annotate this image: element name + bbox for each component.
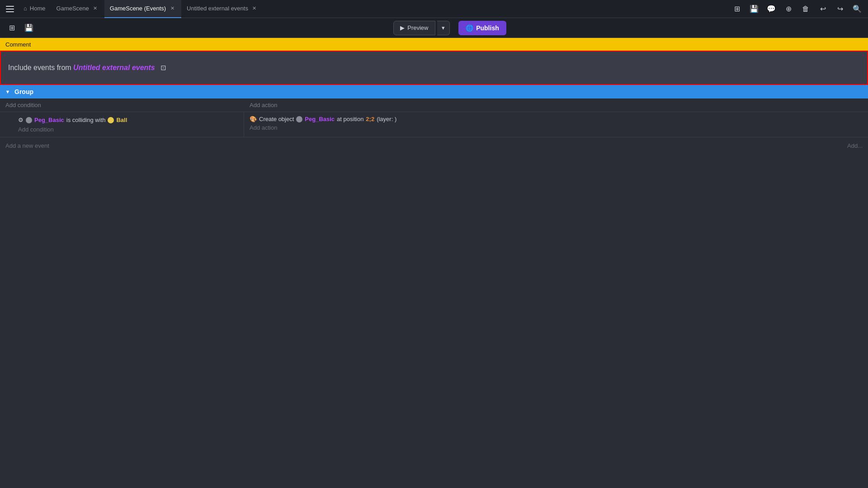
conditions-cell: ⚙ Peg_Basic is colliding with Ball Add c… [0, 112, 244, 137]
toolbar-center: ▶ Preview ▾ 🌐 Publish [40, 21, 860, 35]
tab-home[interactable]: ⌂ Home [18, 0, 51, 18]
preview-dropdown-button[interactable]: ▾ [437, 21, 450, 35]
include-events-link[interactable]: Untitled external events [73, 64, 155, 71]
toolbar: ⊞ 💾 ▶ Preview ▾ 🌐 Publish [0, 18, 868, 38]
add-new-event-label: Add a new event [5, 142, 49, 149]
tab-bar: ⌂ Home GameScene ✕ GameScene (Events) ✕ … [0, 0, 868, 18]
events-area: Add condition Add action ⚙ Peg_Basic is … [0, 99, 868, 154]
grid-view-button[interactable]: ⊞ [730, 2, 744, 16]
menu-button[interactable] [4, 3, 16, 15]
tab-gamescene[interactable]: GameScene ✕ [51, 0, 104, 18]
add-condition-header[interactable]: Add condition [5, 102, 41, 108]
include-events-row: Include events from Untitled external ev… [0, 51, 868, 85]
add-condition-inline[interactable]: Add condition [5, 126, 238, 133]
tab-gamescene-close[interactable]: ✕ [92, 5, 99, 12]
toolbar-save-icon[interactable]: 💾 [22, 21, 36, 35]
globe-icon: 🌐 [466, 24, 473, 32]
add-action-inline[interactable]: Add action [250, 124, 863, 131]
chevron-down-icon: ▾ [442, 24, 445, 31]
trash-button[interactable]: 🗑 [798, 2, 813, 16]
condition-item[interactable]: ⚙ Peg_Basic is colliding with Ball [5, 116, 238, 124]
add-ellipsis-label: Add... [847, 142, 863, 149]
action-obj-name: Peg_Basic [305, 116, 335, 122]
actions-cell: 🎨 Create object Peg_Basic at position 2;… [244, 112, 868, 137]
event-header-row: Add condition Add action [0, 99, 868, 112]
condition-obj2-name: Ball [116, 117, 127, 123]
tab-gamescene-events-label: GameScene (Events) [110, 5, 166, 12]
search-button[interactable]: 🔍 [850, 2, 864, 16]
main-content: Comment Include events from Untitled ext… [0, 38, 868, 154]
undo-button[interactable]: ↩ [816, 2, 830, 16]
topbar-right-icons: ⊞ 💾 💬 ⊕ 🗑 ↩ ↪ 🔍 [730, 2, 864, 16]
actions-header: Add action [244, 102, 868, 108]
add-action-header[interactable]: Add action [250, 102, 277, 108]
tab-gamescene-label: GameScene [57, 5, 89, 12]
obj1-circle-icon [26, 117, 32, 123]
tabs-area: ⌂ Home GameScene ✕ GameScene (Events) ✕ … [18, 0, 728, 18]
save-button[interactable]: 💾 [747, 2, 761, 16]
condition-gear-icon: ⚙ [18, 117, 24, 123]
create-object-icon: 🎨 [250, 116, 257, 122]
include-events-prefix: Include events from [8, 64, 73, 71]
condition-obj1-name: Peg_Basic [34, 117, 64, 123]
action-at: at position [337, 116, 363, 122]
tab-home-label: Home [30, 5, 46, 12]
action-item[interactable]: 🎨 Create object Peg_Basic at position 2;… [250, 116, 863, 122]
add-circle-button[interactable]: ⊕ [781, 2, 796, 16]
redo-button[interactable]: ↪ [833, 2, 847, 16]
group-label: Group [14, 88, 33, 95]
group-bar: ▼ Group [0, 85, 868, 99]
action-prefix: Create object [259, 116, 294, 122]
external-link-icon[interactable]: ⊡ [160, 64, 166, 72]
add-new-event-row[interactable]: Add a new event Add... [0, 137, 868, 154]
condition-connector: is colliding with [66, 117, 106, 123]
comment-label: Comment [5, 41, 31, 48]
preview-play-icon: ▶ [400, 24, 405, 31]
preview-button[interactable]: ▶ Preview [393, 21, 435, 35]
toolbar-left: ⊞ 💾 [5, 21, 36, 35]
group-expand-icon[interactable]: ▼ [5, 89, 11, 95]
obj2-circle-icon [108, 117, 114, 123]
tab-untitled-external[interactable]: Untitled external events ✕ [181, 0, 264, 18]
toolbar-grid-icon[interactable]: ⊞ [5, 21, 19, 35]
publish-button[interactable]: 🌐 Publish [458, 21, 506, 35]
action-obj-circle [296, 116, 302, 122]
tab-untitled-external-label: Untitled external events [187, 5, 248, 12]
home-icon: ⌂ [24, 5, 27, 12]
comment-bar: Comment [0, 38, 868, 51]
action-position: 2;2 [366, 116, 374, 122]
action-layer: (layer: ) [377, 116, 396, 122]
include-events-text: Include events from Untitled external ev… [8, 64, 166, 72]
tab-gamescene-events-close[interactable]: ✕ [169, 5, 176, 12]
chat-button[interactable]: 💬 [764, 2, 778, 16]
conditions-header: Add condition [0, 102, 244, 108]
tab-gamescene-events[interactable]: GameScene (Events) ✕ [104, 0, 181, 18]
preview-label: Preview [407, 24, 428, 31]
tab-untitled-external-close[interactable]: ✕ [251, 5, 258, 12]
publish-label: Publish [476, 24, 499, 32]
event-row: ⚙ Peg_Basic is colliding with Ball Add c… [0, 112, 868, 137]
